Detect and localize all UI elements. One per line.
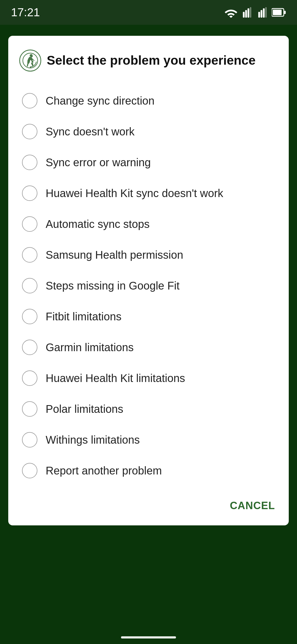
radio-sync-doesnt-work[interactable]	[22, 124, 37, 139]
radio-change-sync-direction[interactable]	[22, 93, 37, 108]
radio-sync-error-or-warning[interactable]	[22, 155, 37, 170]
svg-rect-0	[243, 12, 244, 18]
option-item-report-another-problem[interactable]: Report another problem	[19, 455, 278, 486]
option-label-garmin-limitations: Garmin limitations	[46, 341, 134, 354]
signal-icon-1	[241, 7, 253, 18]
option-label-automatic-sync-stops: Automatic sync stops	[46, 218, 150, 230]
wifi-icon	[224, 7, 238, 18]
option-item-steps-missing-google-fit[interactable]: Steps missing in Google Fit	[19, 270, 278, 301]
option-label-change-sync-direction: Change sync direction	[46, 95, 155, 107]
option-item-huawei-health-kit-sync[interactable]: Huawei Health Kit sync doesn't work	[19, 178, 278, 209]
option-item-automatic-sync-stops[interactable]: Automatic sync stops	[19, 209, 278, 239]
option-item-polar-limitations[interactable]: Polar limitations	[19, 394, 278, 424]
option-label-steps-missing-google-fit: Steps missing in Google Fit	[46, 280, 180, 292]
dialog-header: Select the problem you experience	[19, 50, 278, 72]
cancel-button[interactable]: CANCEL	[227, 497, 278, 514]
svg-point-13	[23, 53, 38, 68]
radio-automatic-sync-stops[interactable]	[22, 216, 37, 232]
svg-rect-3	[250, 7, 251, 18]
header-icon	[19, 50, 41, 72]
radio-polar-limitations[interactable]	[22, 401, 37, 417]
option-item-withings-limitations[interactable]: Withings limitations	[19, 424, 278, 455]
option-item-samsung-health-permission[interactable]: Samsung Health permission	[19, 239, 278, 270]
radio-report-another-problem[interactable]	[22, 463, 37, 478]
dialog-footer: CANCEL	[19, 494, 278, 514]
svg-rect-6	[263, 8, 265, 18]
option-label-huawei-health-kit-sync: Huawei Health Kit sync doesn't work	[46, 187, 223, 200]
radio-fitbit-limitations[interactable]	[22, 309, 37, 324]
radio-huawei-health-kit-sync[interactable]	[22, 185, 37, 201]
option-label-withings-limitations: Withings limitations	[46, 434, 140, 446]
svg-rect-1	[245, 10, 247, 18]
option-label-fitbit-limitations: Fitbit limitations	[46, 310, 122, 323]
option-label-sync-error-or-warning: Sync error or warning	[46, 156, 151, 169]
signal-icon-2	[256, 7, 268, 18]
option-item-sync-error-or-warning[interactable]: Sync error or warning	[19, 147, 278, 178]
battery-icon	[272, 7, 286, 18]
svg-rect-9	[284, 11, 286, 14]
option-label-report-another-problem: Report another problem	[46, 465, 162, 477]
dialog-card: Select the problem you experience Change…	[8, 36, 289, 525]
options-list: Change sync directionSync doesn't workSy…	[19, 85, 278, 486]
status-bar: 17:21	[0, 0, 297, 25]
radio-huawei-health-kit-limitations[interactable]	[22, 370, 37, 386]
option-label-sync-doesnt-work: Sync doesn't work	[46, 125, 134, 138]
runner-circle-icon	[22, 52, 38, 69]
option-item-huawei-health-kit-limitations[interactable]: Huawei Health Kit limitations	[19, 363, 278, 394]
option-item-sync-doesnt-work[interactable]: Sync doesn't work	[19, 116, 278, 147]
svg-point-14	[31, 55, 33, 57]
radio-steps-missing-google-fit[interactable]	[22, 278, 37, 293]
option-label-samsung-health-permission: Samsung Health permission	[46, 249, 183, 261]
option-item-garmin-limitations[interactable]: Garmin limitations	[19, 332, 278, 363]
radio-withings-limitations[interactable]	[22, 432, 37, 447]
status-time: 17:21	[11, 6, 40, 19]
svg-rect-7	[265, 7, 267, 18]
option-item-change-sync-direction[interactable]: Change sync direction	[19, 85, 278, 116]
bottom-nav-indicator	[121, 636, 176, 638]
radio-garmin-limitations[interactable]	[22, 340, 37, 355]
status-icons	[224, 7, 286, 18]
option-label-huawei-health-kit-limitations: Huawei Health Kit limitations	[46, 372, 185, 384]
option-label-polar-limitations: Polar limitations	[46, 403, 123, 415]
svg-rect-4	[258, 12, 260, 18]
radio-samsung-health-permission[interactable]	[22, 247, 37, 263]
svg-rect-10	[273, 10, 282, 15]
svg-rect-2	[248, 8, 249, 18]
option-item-fitbit-limitations[interactable]: Fitbit limitations	[19, 301, 278, 332]
svg-rect-5	[261, 10, 262, 18]
dialog-title: Select the problem you experience	[47, 53, 255, 68]
